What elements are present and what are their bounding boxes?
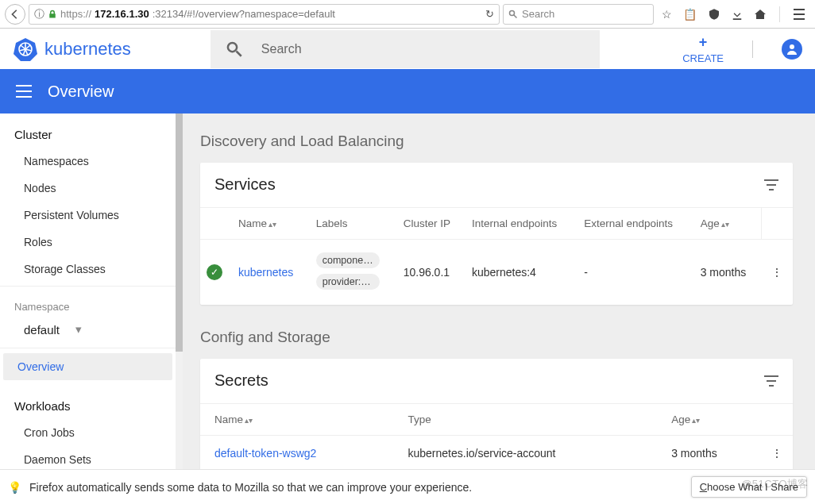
browser-toolbar: ⓘ https://172.16.1.30:32134/#!/overview?…: [0, 0, 815, 29]
secret-age: 3 months: [665, 436, 761, 471]
create-button[interactable]: + CREATE: [682, 34, 724, 64]
page-toolbar: Overview: [0, 69, 815, 113]
home-icon[interactable]: [754, 8, 767, 21]
secret-link[interactable]: default-token-wswg2: [214, 447, 316, 460]
sort-icon: ▴▾: [268, 220, 276, 229]
svg-point-0: [510, 10, 515, 15]
plus-icon: +: [699, 34, 708, 51]
row-menu-icon[interactable]: ⋮: [761, 436, 793, 471]
url-scheme: https://: [60, 8, 91, 20]
star-icon[interactable]: ☆: [662, 8, 672, 21]
create-label: CREATE: [682, 52, 724, 64]
sidebar-item-storage-classes[interactable]: Storage Classes: [0, 256, 176, 283]
sidebar-item-roles[interactable]: Roles: [0, 229, 176, 256]
sort-icon: ▴▾: [692, 416, 700, 425]
menu-icon[interactable]: [793, 9, 805, 20]
sidebar-section-cluster: Cluster: [0, 113, 176, 148]
service-labels: component: provider: k…: [310, 240, 397, 306]
info-icon: ⓘ: [34, 7, 44, 21]
col-clusterip[interactable]: Cluster IP: [397, 208, 465, 240]
footer-text: Firefox automatically sends some data to…: [29, 481, 472, 494]
row-menu-icon[interactable]: ⋮: [761, 240, 793, 306]
back-button[interactable]: [5, 4, 25, 25]
browser-search-placeholder: Search: [522, 8, 554, 20]
sidebar-item-nodes[interactable]: Nodes: [0, 175, 176, 202]
app-search-placeholder: Search: [261, 42, 302, 56]
app-search[interactable]: Search: [211, 30, 600, 68]
hamburger-icon[interactable]: [16, 85, 32, 98]
search-icon: [508, 10, 518, 19]
section-discovery: Discovery and Load Balancing: [200, 126, 793, 163]
col-type[interactable]: Type: [402, 404, 666, 436]
col-age[interactable]: Age▴▾: [665, 404, 761, 436]
reload-icon[interactable]: ↻: [485, 8, 494, 20]
lock-icon: [48, 10, 57, 19]
col-external-endpoints[interactable]: External endpoints: [577, 208, 693, 240]
status-ok-icon: ✓: [207, 264, 222, 280]
sidebar-item-overview[interactable]: Overview: [3, 353, 172, 380]
secrets-title: Secrets: [214, 371, 268, 390]
service-link[interactable]: kubernetes: [238, 266, 293, 279]
secrets-card: Secrets Name▴▾ Type Age▴▾ default-token-…: [200, 359, 793, 471]
namespace-selector[interactable]: default ▾: [0, 316, 176, 348]
services-table: Name▴▾ Labels Cluster IP Internal endpoi…: [200, 207, 793, 305]
pocket-icon[interactable]: [708, 8, 720, 21]
service-intep: kubernetes:4: [465, 240, 577, 306]
service-age: 3 months: [694, 240, 761, 306]
page-title: Overview: [48, 83, 114, 101]
search-icon: [226, 41, 242, 57]
url-path: :32134/#!/overview?namespace=default: [153, 8, 335, 20]
services-title: Services: [214, 175, 276, 194]
service-clusterip: 10.96.0.1: [397, 240, 465, 306]
choose-share-button[interactable]: Choose What I Share: [691, 476, 807, 498]
sidebar-item-namespaces[interactable]: Namespaces: [0, 148, 176, 175]
secret-type: kubernetes.io/service-account: [402, 436, 666, 471]
filter-icon[interactable]: [764, 179, 778, 190]
filter-icon[interactable]: [764, 375, 778, 387]
sidebar-namespace-label: Namespace: [0, 290, 176, 316]
firefox-infobar: 💡 Firefox automatically sends some data …: [0, 469, 815, 504]
secrets-table: Name▴▾ Type Age▴▾ default-token-wswg2 ku…: [200, 403, 793, 471]
label-chip: component:: [316, 252, 380, 268]
app-header: kubernetes Search + CREATE: [0, 29, 815, 69]
col-internal-endpoints[interactable]: Internal endpoints: [465, 208, 577, 240]
table-row: ✓ kubernetes component: provider: k… 10.…: [200, 240, 793, 306]
section-config: Config and Storage: [200, 322, 793, 359]
svg-point-10: [228, 42, 237, 51]
col-name[interactable]: Name▴▾: [200, 404, 402, 436]
svg-point-11: [790, 44, 794, 49]
main-content: Discovery and Load Balancing Services Na…: [183, 113, 815, 476]
sidebar-section-workloads: Workloads: [0, 385, 176, 419]
clipboard-icon[interactable]: 📋: [683, 8, 697, 21]
services-card: Services Name▴▾ Labels Cluster IP Intern…: [200, 163, 793, 305]
user-icon[interactable]: [782, 39, 802, 60]
service-extep: -: [577, 240, 693, 306]
url-host: 172.16.1.30: [95, 8, 149, 20]
sidebar-scrollbar[interactable]: [176, 113, 183, 476]
url-bar[interactable]: ⓘ https://172.16.1.30:32134/#!/overview?…: [29, 4, 500, 25]
col-labels[interactable]: Labels: [310, 208, 397, 240]
kubernetes-icon: [13, 37, 38, 62]
chevron-down-icon: ▾: [75, 322, 82, 337]
lightbulb-icon: 💡: [8, 481, 21, 494]
sidebar-item-persistent-volumes[interactable]: Persistent Volumes: [0, 202, 176, 229]
table-row: default-token-wswg2 kubernetes.io/servic…: [200, 436, 793, 471]
browser-action-icons: ☆ 📋: [657, 6, 810, 22]
sort-icon: ▴▾: [721, 220, 729, 229]
label-chip: provider: k…: [316, 274, 380, 290]
download-icon[interactable]: [732, 9, 743, 20]
col-age[interactable]: Age▴▾: [694, 208, 761, 240]
namespace-value: default: [24, 323, 60, 337]
col-name[interactable]: Name▴▾: [232, 208, 310, 240]
browser-search[interactable]: Search: [503, 4, 654, 25]
sort-icon: ▴▾: [245, 416, 253, 425]
sidebar-item-cron-jobs[interactable]: Cron Jobs: [0, 419, 176, 446]
sidebar: Cluster Namespaces Nodes Persistent Volu…: [0, 113, 176, 476]
kubernetes-logo[interactable]: kubernetes: [13, 37, 131, 62]
brand-text: kubernetes: [44, 39, 131, 60]
separator: [752, 40, 753, 58]
